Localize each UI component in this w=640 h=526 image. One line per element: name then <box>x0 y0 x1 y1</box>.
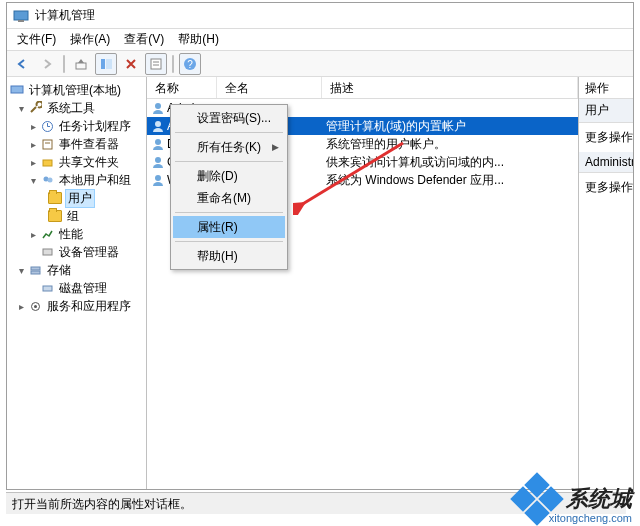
details-pane-button[interactable] <box>95 53 117 75</box>
svg-point-26 <box>155 157 161 163</box>
toolbar: ? <box>7 51 633 77</box>
share-icon <box>39 155 55 169</box>
user-desc: 系统管理的用户帐户。 <box>322 136 578 153</box>
tree-diskmgr[interactable]: 磁盘管理 <box>57 280 109 297</box>
actions-section-users: 用户 <box>579 99 633 123</box>
event-icon <box>39 137 55 151</box>
nav-back-button[interactable] <box>11 53 33 75</box>
user-desc: 系统为 Windows Defender 应用... <box>322 172 578 189</box>
delete-button[interactable] <box>120 53 142 75</box>
computer-management-window: 计算机管理 文件(F) 操作(A) 查看(V) 帮助(H) ? 计算机管理(本地… <box>6 2 634 490</box>
titlebar[interactable]: 计算机管理 <box>7 3 633 29</box>
nav-fwd-button[interactable] <box>36 53 58 75</box>
expand-icon[interactable]: ▸ <box>27 229 39 240</box>
menu-view[interactable]: 查看(V) <box>118 29 170 50</box>
svg-rect-20 <box>43 286 52 291</box>
tree-devmgr[interactable]: 设备管理器 <box>57 244 121 261</box>
svg-point-22 <box>34 305 37 308</box>
tree-pane[interactable]: 计算机管理(本地) ▾系统工具 ▸任务计划程序 ▸事件查看器 ▸共享文件夹 ▾本… <box>7 77 147 489</box>
tree-event[interactable]: 事件查看器 <box>57 136 121 153</box>
col-desc[interactable]: 描述 <box>322 77 578 98</box>
expand-icon[interactable]: ▸ <box>15 301 27 312</box>
svg-point-23 <box>155 103 161 109</box>
window-title: 计算机管理 <box>35 7 95 24</box>
users-group-icon <box>39 173 55 187</box>
menu-file[interactable]: 文件(F) <box>11 29 62 50</box>
context-menu: 设置密码(S)... 所有任务(K) 删除(D) 重命名(M) 属性(R) 帮助… <box>170 104 288 270</box>
actions-section-admin: Administrat <box>579 152 633 173</box>
tree-share[interactable]: 共享文件夹 <box>57 154 121 171</box>
tree-users[interactable]: 用户 <box>65 189 95 208</box>
svg-text:?: ? <box>187 59 193 70</box>
tree-sched[interactable]: 任务计划程序 <box>57 118 133 135</box>
svg-rect-14 <box>43 160 52 166</box>
svg-rect-2 <box>76 63 86 69</box>
expand-icon[interactable]: ▾ <box>15 103 27 114</box>
watermark: 系统城 xitongcheng.com <box>514 476 632 522</box>
actions-more-2[interactable]: 更多操作 <box>579 173 633 202</box>
folder-icon <box>47 209 63 223</box>
user-icon <box>151 155 165 169</box>
col-name[interactable]: 名称 <box>147 77 217 98</box>
expand-icon[interactable]: ▸ <box>27 121 39 132</box>
col-full[interactable]: 全名 <box>217 77 322 98</box>
menu-separator <box>175 161 283 162</box>
tree-services[interactable]: 服务和应用程序 <box>45 298 133 315</box>
toolbar-sep <box>63 55 65 73</box>
svg-rect-12 <box>43 140 52 149</box>
svg-rect-1 <box>18 20 24 22</box>
folder-icon <box>47 191 63 205</box>
svg-rect-0 <box>14 11 28 20</box>
svg-point-16 <box>47 177 52 182</box>
menubar: 文件(F) 操作(A) 查看(V) 帮助(H) <box>7 29 633 51</box>
svg-rect-10 <box>11 86 23 93</box>
svg-rect-5 <box>151 59 161 69</box>
storage-icon <box>27 263 43 277</box>
tree-groups[interactable]: 组 <box>65 208 81 225</box>
watermark-brand: 系统城 <box>566 484 632 514</box>
user-desc: 管理计算机(域)的内置帐户 <box>322 118 578 135</box>
menu-delete[interactable]: 删除(D) <box>173 165 285 187</box>
disk-icon <box>39 281 55 295</box>
svg-point-27 <box>155 175 161 181</box>
user-desc: 供来宾访问计算机或访问域的内... <box>322 154 578 171</box>
actions-pane: 操作 用户 更多操作 Administrat 更多操作 <box>579 77 633 489</box>
svg-point-24 <box>155 121 161 127</box>
tree-perf[interactable]: 性能 <box>57 226 85 243</box>
computer-icon <box>9 83 25 97</box>
menu-rename[interactable]: 重命名(M) <box>173 187 285 209</box>
tree-localusers[interactable]: 本地用户和组 <box>57 172 133 189</box>
list-header[interactable]: 名称 全名 描述 <box>147 77 578 99</box>
device-icon <box>39 245 55 259</box>
svg-rect-4 <box>106 59 112 69</box>
menu-properties[interactable]: 属性(R) <box>173 216 285 238</box>
menu-separator <box>175 241 283 242</box>
properties-button[interactable] <box>145 53 167 75</box>
services-icon <box>27 299 43 313</box>
menu-action[interactable]: 操作(A) <box>64 29 116 50</box>
up-button[interactable] <box>70 53 92 75</box>
toolbar-sep2 <box>172 55 174 73</box>
actions-more-1[interactable]: 更多操作 <box>579 123 633 152</box>
app-icon <box>13 8 29 24</box>
expand-icon[interactable]: ▸ <box>27 157 39 168</box>
user-icon <box>151 137 165 151</box>
menu-set-password[interactable]: 设置密码(S)... <box>173 107 285 129</box>
menu-separator <box>175 132 283 133</box>
svg-rect-18 <box>31 267 40 270</box>
clock-icon <box>39 119 55 133</box>
collapse-icon[interactable]: ▾ <box>27 175 39 186</box>
menu-help[interactable]: 帮助(H) <box>173 245 285 267</box>
menu-all-tasks[interactable]: 所有任务(K) <box>173 136 285 158</box>
tree-root[interactable]: 计算机管理(本地) <box>27 82 123 99</box>
tree-storage[interactable]: 存储 <box>45 262 73 279</box>
help-button[interactable]: ? <box>179 53 201 75</box>
perf-icon <box>39 227 55 241</box>
user-icon <box>151 173 165 187</box>
collapse-icon[interactable]: ▾ <box>15 265 27 276</box>
watermark-url: xitongcheng.com <box>549 512 632 524</box>
menu-separator <box>175 212 283 213</box>
tree-systools[interactable]: 系统工具 <box>45 100 97 117</box>
menu-help[interactable]: 帮助(H) <box>172 29 225 50</box>
expand-icon[interactable]: ▸ <box>27 139 39 150</box>
